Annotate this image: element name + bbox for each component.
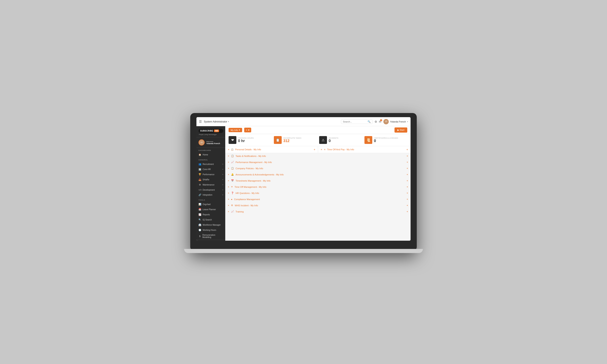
sidebar-item-reports[interactable]: 📈 Reports (196, 212, 225, 217)
timesheets-icon: 📅 (231, 179, 234, 182)
tasks-notifications-add[interactable]: + (406, 155, 408, 157)
user-profile[interactable]: YF Yolanda French ▾ (383, 119, 408, 124)
sidebar-item-working-hours[interactable]: 🕐 Working Hours (196, 228, 225, 233)
avatar: YF (383, 119, 389, 124)
hamburger-menu[interactable]: ☰ (199, 120, 202, 124)
time-off-pay-header: ✕ ✕ Time Off And Pay - My Info + (318, 146, 411, 153)
hr-questions-add[interactable]: + (406, 192, 408, 195)
search-input[interactable] (343, 120, 368, 123)
time-off-pay-config[interactable]: ✕ (324, 148, 325, 151)
user-welcome: YF Welcome, Yolanda French (196, 137, 225, 148)
announcements-item[interactable]: ✕ 🔔 Announcements & Acknowledgements - M… (225, 171, 411, 178)
time-off-management-add[interactable]: + (406, 185, 408, 188)
settings-icon-btn[interactable]: ⚙ (375, 120, 377, 123)
time-off-management-label: Time Off Management - My Info (234, 186, 405, 188)
welcome-greeting: Welcome, (206, 141, 220, 143)
sidebar-item-orgchart-label: Orgchart (203, 203, 211, 206)
time-off-pay-section: ✕ ✕ Time Off And Pay - My Info + (318, 146, 411, 153)
orgchart-icon: 📊 (198, 203, 201, 206)
share-icon: 📤 (198, 178, 201, 181)
laptop-frame: ☰ System Administrator ▾ 🔍 ⚙ ✉ 3 (190, 113, 417, 251)
sidebar-item-core-hr-label: Core-HR (203, 168, 211, 170)
user-caret-icon: ▾ (407, 121, 408, 123)
add-tab-button[interactable]: + ▾ (244, 128, 251, 132)
main-layout: SUBSCRIBE HR People Loving Technology▾ Y… (196, 126, 411, 241)
compliance-item[interactable]: ✕ ● Compliance Management + (225, 196, 411, 202)
training-add[interactable]: + (406, 210, 408, 213)
compliance-close[interactable]: ✕ (228, 198, 229, 200)
sidebar-item-share-label: SHaRe (203, 179, 209, 181)
hr-questions-close[interactable]: ✕ (228, 192, 229, 194)
sidebar-item-leave-planner-label: Leave Planner (203, 208, 216, 211)
sidebar-item-core-hr[interactable]: 🏢 Core-HR ▾ (196, 167, 225, 172)
training-hours-value: 0 hr (238, 139, 254, 143)
time-off-pay-title: Time Off And Pay - My Info (327, 148, 405, 151)
performance-management-add[interactable]: + (406, 161, 408, 164)
core-hr-caret: ▾ (222, 169, 223, 170)
sidebar-item-development[interactable]: </> Development ▾ (196, 187, 225, 192)
logo-subscribe-text: SUBSCRIBE (200, 130, 213, 132)
whs-incident-item[interactable]: ✕ ⚙ WHS Incident - My Info + (225, 202, 411, 208)
time-off-pay-close[interactable]: ✕ (321, 148, 322, 151)
company-policies-close[interactable]: ✕ (228, 167, 229, 169)
personal-details-close[interactable]: ✕ (228, 148, 229, 151)
sidebar-avatar: YF (198, 139, 205, 145)
company-policies-add[interactable]: + (406, 167, 408, 170)
sidebar-item-recruitment[interactable]: 👥 Recruitment ▾ (196, 162, 225, 167)
training-item[interactable]: ✕ 📈 Training + (225, 208, 411, 215)
incidents-icon: ⚠ (319, 136, 327, 144)
personal-details-config[interactable]: 📋 (231, 148, 233, 151)
sidebar-item-integration-label: Integration (203, 194, 212, 196)
sidebar: SUBSCRIBE HR People Loving Technology▾ Y… (196, 126, 225, 241)
sidebar-item-orgchart[interactable]: 📊 Orgchart (196, 202, 225, 207)
personal-details-add[interactable]: + (314, 148, 315, 151)
sidebar-item-share[interactable]: 📤 SHaRe ▾ (196, 177, 225, 182)
tasks-notifications-close[interactable]: ✕ (228, 155, 229, 157)
hr-questions-item[interactable]: ✕ ❓ HR Questions - My Info + (225, 190, 411, 196)
admin-caret: ▾ (228, 120, 229, 123)
compliance-add[interactable]: + (406, 198, 408, 201)
whs-incident-close[interactable]: ✕ (228, 204, 229, 207)
sidebar-item-maintenance[interactable]: ⚙ Maintenance ▾ (196, 182, 225, 187)
sidebar-item-remuneration[interactable]: $ Remuneration Modelling (196, 233, 225, 240)
maintenance-caret: ▾ (222, 184, 223, 186)
stat-cards: ❤ TRAINING HOURS 0 hr 📋 INCOMPLETE TASKS… (225, 134, 411, 146)
start-button[interactable]: ▶ Start (395, 128, 407, 133)
my-info-tab[interactable]: My Info ▾ (229, 128, 242, 132)
sidebar-item-iq-search[interactable]: 🔍 IQ Search (196, 217, 225, 222)
announcements-add[interactable]: + (406, 173, 408, 176)
tasks-notifications-item[interactable]: ✕ 📋 Tasks & Notifications - My Info + (225, 153, 411, 159)
dashboard-section-label: DASHBOARD (196, 148, 225, 152)
timesheets-add[interactable]: + (406, 179, 408, 182)
admin-selector[interactable]: System Administrator ▾ (204, 120, 229, 123)
general-section-label: GENERAL (196, 157, 225, 162)
sidebar-item-iq-search-label: IQ Search (203, 219, 212, 221)
performance-management-close[interactable]: ✕ (228, 161, 229, 163)
sidebar-item-workforce-manager[interactable]: 👔 Workforce Manager (196, 222, 225, 228)
company-policies-icon: 📋 (231, 167, 234, 170)
training-close[interactable]: ✕ (228, 211, 229, 213)
time-off-management-close[interactable]: ✕ (228, 186, 229, 188)
announcements-close[interactable]: ✕ (228, 174, 229, 176)
user-name: Yolanda French (390, 120, 406, 123)
time-off-pay-add[interactable]: + (406, 148, 408, 151)
sidebar-item-performance[interactable]: 🏆 Performance ▾ (196, 172, 225, 177)
sidebar-item-leave-planner[interactable]: 📅 Leave Planner (196, 207, 225, 212)
top-two-sections: ✕ 📋 Personal Details - My Info + ✕ ✕ (225, 146, 411, 153)
home-icon: 🏠 (198, 153, 201, 156)
admin-label: System Administrator (204, 120, 227, 123)
sidebar-item-home[interactable]: 🏠 Home (196, 152, 225, 157)
timesheets-close[interactable]: ✕ (228, 180, 229, 182)
sidebar-item-integration[interactable]: 🔗 Integration ▾ (196, 192, 225, 197)
recruitment-caret: ▾ (222, 163, 223, 165)
training-hours-content: TRAINING HOURS 0 hr (238, 137, 254, 143)
start-button-label: ▶ Start (397, 129, 404, 131)
notifications-icon-btn[interactable]: ✉ 3 (379, 120, 381, 123)
time-off-management-item[interactable]: ✕ ✈ Time Off Management - My Info + (225, 184, 411, 190)
timesheets-item[interactable]: ✕ 📅 Timesheets Management - My Info + (225, 178, 411, 184)
company-policies-item[interactable]: ✕ 📋 Company Policies - My Info + (225, 165, 411, 171)
sidebar-item-home-label: Home (203, 154, 208, 156)
announcements-label: Announcements & Acknowledgements - My In… (235, 173, 405, 176)
whs-incident-add[interactable]: + (406, 204, 408, 207)
performance-management-item[interactable]: ✕ 📈 Performance Management - My Info + (225, 159, 411, 165)
